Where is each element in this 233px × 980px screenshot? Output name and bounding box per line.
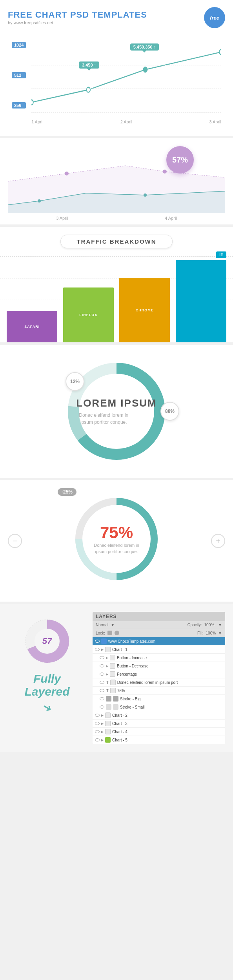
layer-thumbnail (110, 680, 116, 685)
x-label-2april: 2 April (120, 119, 133, 124)
layer-thumbnail (105, 729, 111, 734)
interactive-donut-section: − -25% 75% Donec eleifend lorem in ipsum… (0, 480, 233, 602)
eye-icon (95, 738, 100, 741)
layer-item[interactable]: ▶ Button - Increase (93, 654, 225, 662)
y-label-1024: 1024 (12, 42, 26, 48)
bar-chart-area: SAFARI FIREFOX CHROME IE (0, 256, 233, 342)
x-label-4april: 4 April (165, 216, 177, 221)
layer-thumbnail (110, 663, 115, 669)
layer-label: www.ChocoTemplates.com (108, 639, 155, 644)
layer-label: 75% (117, 689, 125, 693)
fill-value: 100% (206, 631, 216, 635)
layers-list: www.ChocoTemplates.com ▶ Chart - 1 ▶ But… (93, 637, 225, 744)
minus-button[interactable]: − (8, 534, 22, 548)
blend-mode-label: Normal (96, 623, 108, 627)
layer-label: Button - Increase (117, 656, 147, 660)
layer-icon (113, 704, 118, 710)
layer-item[interactable]: ▶ Button - Decrease (93, 662, 225, 670)
eye-icon (95, 640, 100, 643)
pie-mini-svg: 57 (22, 616, 73, 667)
bar-safari: SAFARI (4, 257, 60, 342)
x-label-3april: 3 April (56, 216, 68, 221)
layer-label: Chart - 5 (112, 738, 127, 742)
layer-thumbnail (110, 688, 116, 693)
bar-firefox: FIREFOX (60, 257, 117, 342)
donut-interactive-center: 75% Donec eleifend lorem in ipsum portit… (91, 523, 142, 555)
svg-point-2 (144, 67, 147, 72)
free-badge: free (204, 7, 225, 28)
donut-title: LOREM IPSUM (76, 397, 157, 409)
layer-item[interactable]: ▶ Chart - 5 (93, 736, 225, 744)
layer-item[interactable]: ▶ Chart - 2 (93, 711, 225, 720)
interactive-donut-wrapper: -25% 75% Donec eleifend lorem in ipsum p… (69, 492, 164, 586)
layer-item[interactable]: Stroke - Small (93, 703, 225, 711)
donut-chart-section: LOREM IPSUM Donec eleifend lorem in ipsu… (0, 345, 233, 478)
donut-badge-12: 12% (66, 372, 84, 391)
layer-item[interactable]: www.ChocoTemplates.com (93, 637, 225, 645)
eye-icon (95, 730, 100, 733)
bar-chrome: CHROME (116, 257, 173, 342)
y-label-256: 256 (12, 102, 26, 108)
page-title: FREE CHART PSD TEMPLATES (8, 10, 147, 20)
lock-controls: Lock: Fill: 100% ▼ (93, 629, 225, 637)
svg-point-3 (219, 49, 221, 54)
layer-label: Percentage (117, 672, 137, 676)
donut-wrapper: LOREM IPSUM Donec eleifend lorem in ipsu… (62, 356, 171, 466)
layer-label: Chart - 3 (112, 721, 127, 726)
opacity-value: 100% (204, 623, 215, 627)
text-icon: T (106, 688, 109, 693)
layer-thumbnail (105, 737, 111, 743)
layer-item[interactable]: Stroke - Big (93, 695, 225, 703)
eye-icon (100, 697, 104, 700)
eye-icon (100, 664, 104, 667)
eye-icon (100, 705, 104, 709)
percent-badge: -25% (58, 488, 76, 496)
layer-label: Chart - 1 (112, 647, 127, 652)
opacity-label: Opacity: (187, 623, 202, 627)
layer-item[interactable]: ▶ Chart - 3 (93, 720, 225, 728)
layer-item[interactable]: ▶ Chart - 1 (93, 645, 225, 654)
chart-tooltip-2: 5.450.350 ↑ (130, 43, 159, 51)
svg-point-7 (163, 170, 167, 174)
fully-layered-left: 57 FullyLayered ➜ (8, 612, 86, 714)
layer-thumbnail (105, 647, 111, 652)
traffic-title-box: TRAFFIC BREAKDOWN (0, 235, 233, 248)
layer-thumbnail (105, 721, 111, 726)
line-chart-svg (31, 42, 221, 112)
eye-icon (100, 673, 104, 676)
eye-icon (100, 689, 104, 692)
line-chart-section: 1024 512 256 3.450 ↑ (0, 34, 233, 136)
layer-thumbnail (105, 712, 111, 718)
layers-controls: Normal ▼ Opacity: 100% ▼ (93, 621, 225, 629)
layer-item[interactable]: T 75% (93, 687, 225, 695)
layer-label: Button - Decrease (117, 664, 149, 668)
eye-icon (95, 714, 100, 717)
x-label-1april: 1 April (31, 119, 44, 124)
traffic-breakdown-section: TRAFFIC BREAKDOWN SAFARI FIREFOX (0, 227, 233, 342)
layer-thumbnail (110, 671, 115, 677)
layers-header: LAYERS (93, 612, 225, 621)
layers-panel: LAYERS Normal ▼ Opacity: 100% ▼ Lock: Fi… (93, 612, 225, 744)
eye-icon (95, 722, 100, 725)
area-chart-container: 57% 3 April 4 April (8, 142, 225, 213)
layer-label: Stroke - Big (120, 697, 140, 701)
layer-label: Chart - 2 (112, 713, 127, 718)
layer-item[interactable]: ▶ Percentage (93, 670, 225, 678)
donut-desc: Donec eleifend lorem in ipsum portitor c… (91, 542, 142, 555)
eye-icon (100, 681, 104, 684)
donut-center: LOREM IPSUM Donec eleifend lorem in ipsu… (76, 397, 157, 426)
bars-wrapper: SAFARI FIREFOX CHROME IE (4, 257, 229, 342)
eye-icon (100, 656, 104, 659)
traffic-title: TRAFFIC BREAKDOWN (60, 235, 172, 248)
layer-item[interactable]: T Donec eleifend lorem in ipsum port (93, 678, 225, 687)
svg-point-1 (86, 87, 90, 92)
layer-item[interactable]: ▶ Chart - 4 (93, 728, 225, 736)
plus-button[interactable]: + (211, 534, 225, 548)
bar-firefox-label: FIREFOX (79, 313, 97, 317)
layers-section: 57 FullyLayered ➜ LAYERS Normal ▼ Opacit… (0, 604, 233, 752)
bubble-57: 57% (166, 146, 194, 174)
area-chart-svg (8, 142, 225, 213)
fill-label: Fill: (197, 631, 204, 635)
bar-chrome-label: CHROME (136, 308, 154, 312)
lock-label: Lock: (96, 631, 105, 635)
